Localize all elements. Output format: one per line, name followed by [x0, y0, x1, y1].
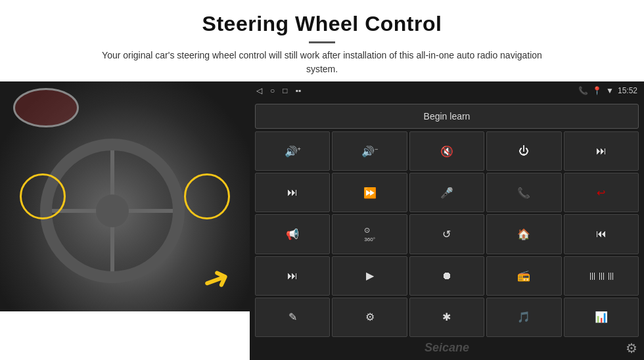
clock: 15:52	[618, 86, 637, 95]
vol-down-cell[interactable]: 🔊−	[332, 131, 407, 171]
wifi-icon: ▼	[606, 86, 614, 95]
power-icon: ⏻	[518, 145, 529, 157]
eq-icon: ⫼⫼⫼	[587, 270, 615, 282]
vol-up-icon: 🔊+	[285, 145, 301, 158]
status-right: 📞 📍 ▼ 15:52	[578, 86, 637, 95]
page: Steering Wheel Control Your original car…	[0, 0, 644, 360]
fastfwd-cell[interactable]: ⏩	[332, 173, 407, 212]
skipfwd2-cell[interactable]: ⏭	[255, 256, 330, 296]
pen-icon: ✎	[288, 311, 297, 323]
skip-fwd-icon: ⏭	[596, 145, 607, 157]
location-icon: 📍	[592, 86, 602, 95]
radio-cell[interactable]: 📻	[486, 256, 561, 296]
signal-icon: ▪▪	[296, 86, 302, 95]
rewind-icon: ⏮	[596, 228, 607, 240]
phone-icon: 📞	[578, 86, 588, 95]
nav-cell[interactable]: ▶	[332, 256, 407, 296]
home-nav-icon: 🏠	[517, 228, 530, 240]
mic-icon: 🎤	[440, 187, 453, 199]
android-screen: ◁ ○ □ ▪▪ 📞 📍 ▼ 15:52 Begin learn	[250, 81, 644, 360]
camera360-cell[interactable]: ⊙360°	[332, 214, 407, 254]
vol-up-cell[interactable]: 🔊+	[255, 131, 330, 171]
back-nav-cell[interactable]: ↺	[409, 214, 484, 254]
status-left: ◁ ○ □ ▪▪	[256, 86, 301, 95]
settings2-icon: ⚙	[365, 311, 375, 323]
page-title: Steering Wheel Control	[39, 12, 605, 36]
sw-hub	[96, 194, 129, 227]
mute-cell[interactable]: 🔇	[409, 131, 484, 171]
gauge-hint	[13, 88, 79, 127]
header-description: Your original car's steering wheel contr…	[92, 49, 552, 76]
rewind-cell[interactable]: ⏮	[564, 214, 639, 254]
back-nav-icon: ↺	[442, 228, 451, 240]
begin-learn-button[interactable]: Begin learn	[255, 104, 639, 129]
mute-icon: 🔇	[440, 145, 453, 158]
icon-grid: 🔊+ 🔊− 🔇 ⏻ ⏭ ⏭ ⏩ 🎤 📞 ↩ 📢 ⊙360°	[255, 131, 639, 337]
android-screen-wrapper: ◁ ○ □ ▪▪ 📞 📍 ▼ 15:52 Begin learn	[250, 81, 644, 360]
horn-icon: 📢	[286, 228, 299, 240]
phone-call-icon: 📞	[517, 187, 530, 199]
yellow-circle-right	[184, 173, 230, 219]
photo-inner: ➜	[0, 81, 250, 311]
eject-icon: ⏺	[442, 270, 452, 282]
pen-cell[interactable]: ✎	[255, 298, 330, 337]
home-nav-cell[interactable]: 🏠	[486, 214, 561, 254]
skip-fwd-cell[interactable]: ⏭	[564, 131, 639, 171]
yellow-circle-left	[20, 173, 66, 219]
eject-cell[interactable]: ⏺	[409, 256, 484, 296]
content-row: ➜ ◁ ○ □ ▪▪ 📞 📍 ▼ 15:5	[0, 81, 644, 360]
skipfwd2-icon: ⏭	[287, 270, 298, 282]
nav-icon: ▶	[366, 269, 374, 282]
yellow-arrow: ➜	[196, 257, 235, 302]
android-content: Begin learn 🔊+ 🔊− 🔇 ⏻ ⏭ ⏭ ⏩ 🎤 📞	[250, 100, 644, 360]
steering-wheel-photo: ➜	[0, 81, 250, 311]
mic-cell[interactable]: 🎤	[409, 173, 484, 212]
power-cell[interactable]: ⏻	[486, 131, 561, 171]
seicane-watermark: Seicane	[255, 340, 639, 356]
music-icon: 🎵	[517, 311, 530, 323]
spectrum-cell[interactable]: 📊	[564, 298, 639, 337]
recents-icon[interactable]: □	[283, 86, 287, 95]
hangup-cell[interactable]: ↩	[564, 173, 639, 212]
settings2-cell[interactable]: ⚙	[332, 298, 407, 337]
gear-settings-icon[interactable]: ⚙	[626, 340, 637, 356]
camera360-icon: ⊙360°	[364, 226, 375, 242]
music-cell[interactable]: 🎵	[486, 298, 561, 337]
header-divider	[309, 41, 335, 43]
bt-cell[interactable]: ✱	[409, 298, 484, 337]
hangup-icon: ↩	[597, 187, 605, 199]
bluetooth-icon: ✱	[442, 311, 451, 323]
steering-wheel	[40, 139, 185, 283]
vol-down-icon: 🔊−	[361, 145, 378, 158]
spectrum-icon: 📊	[595, 311, 608, 323]
android-statusbar: ◁ ○ □ ▪▪ 📞 📍 ▼ 15:52	[250, 81, 644, 100]
back-icon[interactable]: ◁	[256, 86, 262, 95]
next-icon: ⏭	[287, 187, 298, 198]
fastfwd-icon: ⏩	[363, 187, 377, 199]
header-section: Steering Wheel Control Your original car…	[0, 0, 644, 81]
radio-icon: 📻	[517, 269, 530, 282]
phone-cell[interactable]: 📞	[486, 173, 561, 212]
horn-cell[interactable]: 📢	[255, 214, 330, 254]
next-cell[interactable]: ⏭	[255, 173, 330, 212]
eq-cell[interactable]: ⫼⫼⫼	[564, 256, 639, 296]
home-icon[interactable]: ○	[270, 86, 275, 95]
